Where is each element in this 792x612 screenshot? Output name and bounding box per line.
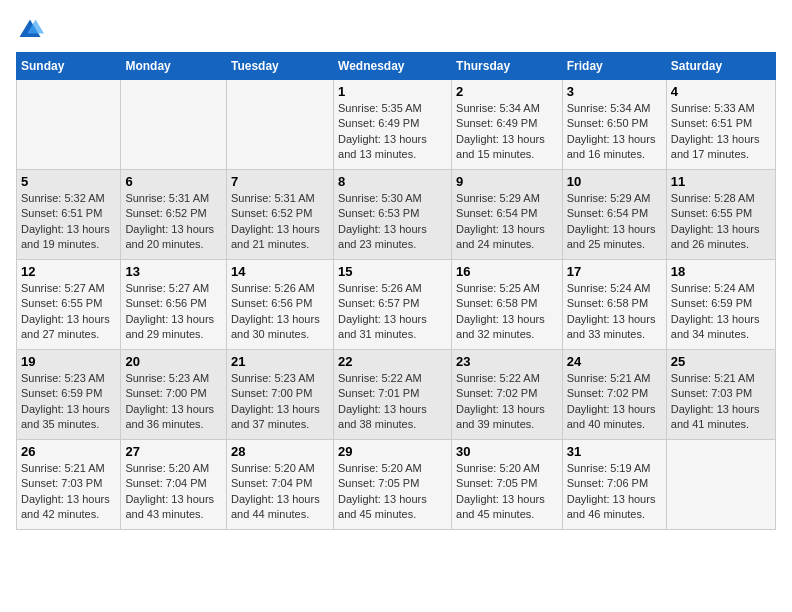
calendar-week-row: 12Sunrise: 5:27 AMSunset: 6:55 PMDayligh… [17, 260, 776, 350]
day-number: 17 [567, 264, 662, 279]
day-info: Sunrise: 5:31 AMSunset: 6:52 PMDaylight:… [125, 191, 222, 253]
day-info: Sunrise: 5:20 AMSunset: 7:05 PMDaylight:… [338, 461, 447, 523]
calendar-cell: 26Sunrise: 5:21 AMSunset: 7:03 PMDayligh… [17, 440, 121, 530]
day-header-saturday: Saturday [666, 53, 775, 80]
day-info: Sunrise: 5:32 AMSunset: 6:51 PMDaylight:… [21, 191, 116, 253]
day-header-monday: Monday [121, 53, 227, 80]
calendar-cell: 4Sunrise: 5:33 AMSunset: 6:51 PMDaylight… [666, 80, 775, 170]
calendar-cell: 18Sunrise: 5:24 AMSunset: 6:59 PMDayligh… [666, 260, 775, 350]
day-number: 23 [456, 354, 558, 369]
calendar-cell [121, 80, 227, 170]
page-header [16, 16, 776, 44]
calendar-cell: 16Sunrise: 5:25 AMSunset: 6:58 PMDayligh… [452, 260, 563, 350]
day-number: 16 [456, 264, 558, 279]
calendar-cell: 29Sunrise: 5:20 AMSunset: 7:05 PMDayligh… [334, 440, 452, 530]
day-info: Sunrise: 5:26 AMSunset: 6:57 PMDaylight:… [338, 281, 447, 343]
day-info: Sunrise: 5:28 AMSunset: 6:55 PMDaylight:… [671, 191, 771, 253]
calendar-cell: 11Sunrise: 5:28 AMSunset: 6:55 PMDayligh… [666, 170, 775, 260]
day-number: 4 [671, 84, 771, 99]
day-number: 8 [338, 174, 447, 189]
calendar-cell: 19Sunrise: 5:23 AMSunset: 6:59 PMDayligh… [17, 350, 121, 440]
calendar-cell: 12Sunrise: 5:27 AMSunset: 6:55 PMDayligh… [17, 260, 121, 350]
day-info: Sunrise: 5:24 AMSunset: 6:59 PMDaylight:… [671, 281, 771, 343]
day-number: 18 [671, 264, 771, 279]
day-info: Sunrise: 5:21 AMSunset: 7:03 PMDaylight:… [21, 461, 116, 523]
day-number: 3 [567, 84, 662, 99]
calendar-cell: 7Sunrise: 5:31 AMSunset: 6:52 PMDaylight… [226, 170, 333, 260]
calendar-cell [226, 80, 333, 170]
calendar-week-row: 5Sunrise: 5:32 AMSunset: 6:51 PMDaylight… [17, 170, 776, 260]
day-info: Sunrise: 5:31 AMSunset: 6:52 PMDaylight:… [231, 191, 329, 253]
calendar-cell: 9Sunrise: 5:29 AMSunset: 6:54 PMDaylight… [452, 170, 563, 260]
calendar-cell [666, 440, 775, 530]
calendar-cell: 15Sunrise: 5:26 AMSunset: 6:57 PMDayligh… [334, 260, 452, 350]
day-info: Sunrise: 5:29 AMSunset: 6:54 PMDaylight:… [456, 191, 558, 253]
calendar-cell: 14Sunrise: 5:26 AMSunset: 6:56 PMDayligh… [226, 260, 333, 350]
day-info: Sunrise: 5:23 AMSunset: 6:59 PMDaylight:… [21, 371, 116, 433]
calendar-header-row: SundayMondayTuesdayWednesdayThursdayFrid… [17, 53, 776, 80]
day-number: 15 [338, 264, 447, 279]
day-header-friday: Friday [562, 53, 666, 80]
calendar-cell: 28Sunrise: 5:20 AMSunset: 7:04 PMDayligh… [226, 440, 333, 530]
day-number: 14 [231, 264, 329, 279]
logo [16, 16, 48, 44]
logo-icon [16, 16, 44, 44]
day-number: 26 [21, 444, 116, 459]
day-info: Sunrise: 5:27 AMSunset: 6:56 PMDaylight:… [125, 281, 222, 343]
calendar-cell: 17Sunrise: 5:24 AMSunset: 6:58 PMDayligh… [562, 260, 666, 350]
day-info: Sunrise: 5:25 AMSunset: 6:58 PMDaylight:… [456, 281, 558, 343]
day-number: 20 [125, 354, 222, 369]
calendar-week-row: 26Sunrise: 5:21 AMSunset: 7:03 PMDayligh… [17, 440, 776, 530]
calendar-cell: 5Sunrise: 5:32 AMSunset: 6:51 PMDaylight… [17, 170, 121, 260]
day-info: Sunrise: 5:20 AMSunset: 7:05 PMDaylight:… [456, 461, 558, 523]
day-number: 7 [231, 174, 329, 189]
calendar-cell: 27Sunrise: 5:20 AMSunset: 7:04 PMDayligh… [121, 440, 227, 530]
day-number: 19 [21, 354, 116, 369]
day-info: Sunrise: 5:23 AMSunset: 7:00 PMDaylight:… [125, 371, 222, 433]
day-info: Sunrise: 5:30 AMSunset: 6:53 PMDaylight:… [338, 191, 447, 253]
calendar-cell: 31Sunrise: 5:19 AMSunset: 7:06 PMDayligh… [562, 440, 666, 530]
calendar-cell: 21Sunrise: 5:23 AMSunset: 7:00 PMDayligh… [226, 350, 333, 440]
day-number: 11 [671, 174, 771, 189]
calendar-week-row: 1Sunrise: 5:35 AMSunset: 6:49 PMDaylight… [17, 80, 776, 170]
day-number: 24 [567, 354, 662, 369]
day-number: 2 [456, 84, 558, 99]
day-info: Sunrise: 5:22 AMSunset: 7:02 PMDaylight:… [456, 371, 558, 433]
calendar-cell: 2Sunrise: 5:34 AMSunset: 6:49 PMDaylight… [452, 80, 563, 170]
day-header-sunday: Sunday [17, 53, 121, 80]
calendar-cell: 30Sunrise: 5:20 AMSunset: 7:05 PMDayligh… [452, 440, 563, 530]
day-header-tuesday: Tuesday [226, 53, 333, 80]
day-number: 13 [125, 264, 222, 279]
day-info: Sunrise: 5:20 AMSunset: 7:04 PMDaylight:… [125, 461, 222, 523]
calendar-cell: 13Sunrise: 5:27 AMSunset: 6:56 PMDayligh… [121, 260, 227, 350]
day-header-wednesday: Wednesday [334, 53, 452, 80]
calendar-cell: 24Sunrise: 5:21 AMSunset: 7:02 PMDayligh… [562, 350, 666, 440]
day-number: 12 [21, 264, 116, 279]
day-number: 21 [231, 354, 329, 369]
day-number: 29 [338, 444, 447, 459]
day-header-thursday: Thursday [452, 53, 563, 80]
day-number: 28 [231, 444, 329, 459]
calendar-cell: 8Sunrise: 5:30 AMSunset: 6:53 PMDaylight… [334, 170, 452, 260]
day-info: Sunrise: 5:20 AMSunset: 7:04 PMDaylight:… [231, 461, 329, 523]
day-info: Sunrise: 5:33 AMSunset: 6:51 PMDaylight:… [671, 101, 771, 163]
day-number: 30 [456, 444, 558, 459]
calendar-cell: 6Sunrise: 5:31 AMSunset: 6:52 PMDaylight… [121, 170, 227, 260]
day-info: Sunrise: 5:34 AMSunset: 6:50 PMDaylight:… [567, 101, 662, 163]
calendar-cell: 23Sunrise: 5:22 AMSunset: 7:02 PMDayligh… [452, 350, 563, 440]
day-number: 6 [125, 174, 222, 189]
day-number: 27 [125, 444, 222, 459]
calendar-cell: 22Sunrise: 5:22 AMSunset: 7:01 PMDayligh… [334, 350, 452, 440]
day-number: 10 [567, 174, 662, 189]
day-info: Sunrise: 5:26 AMSunset: 6:56 PMDaylight:… [231, 281, 329, 343]
calendar-cell: 10Sunrise: 5:29 AMSunset: 6:54 PMDayligh… [562, 170, 666, 260]
calendar-table: SundayMondayTuesdayWednesdayThursdayFrid… [16, 52, 776, 530]
day-info: Sunrise: 5:29 AMSunset: 6:54 PMDaylight:… [567, 191, 662, 253]
calendar-cell: 25Sunrise: 5:21 AMSunset: 7:03 PMDayligh… [666, 350, 775, 440]
day-number: 31 [567, 444, 662, 459]
day-info: Sunrise: 5:21 AMSunset: 7:02 PMDaylight:… [567, 371, 662, 433]
calendar-week-row: 19Sunrise: 5:23 AMSunset: 6:59 PMDayligh… [17, 350, 776, 440]
day-number: 1 [338, 84, 447, 99]
day-info: Sunrise: 5:21 AMSunset: 7:03 PMDaylight:… [671, 371, 771, 433]
day-number: 9 [456, 174, 558, 189]
